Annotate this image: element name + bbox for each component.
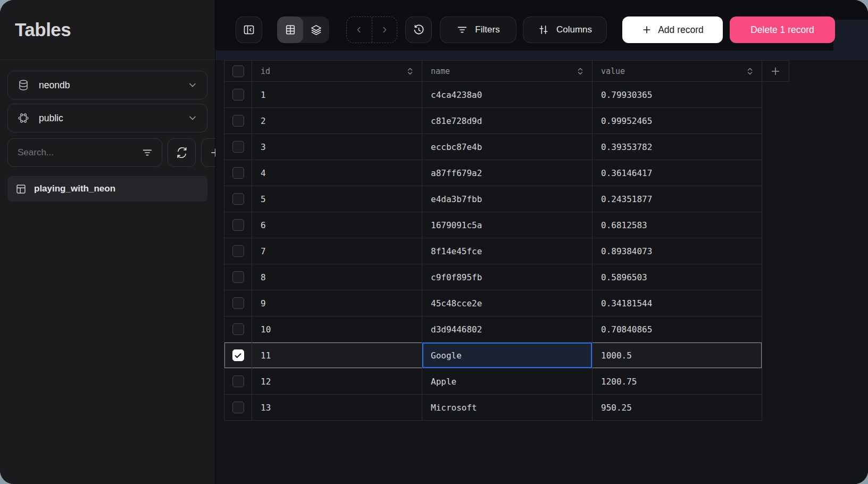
row-checkbox-cell[interactable] <box>224 108 252 134</box>
row-checkbox-cell[interactable] <box>224 238 252 264</box>
id-cell[interactable]: 3 <box>252 134 422 160</box>
table-row: 11Google1000.5 <box>224 343 789 369</box>
sidebar-item-playing_with_neon[interactable]: playing_with_neon <box>7 176 207 202</box>
row-checkbox-cell[interactable] <box>224 82 252 108</box>
id-cell[interactable]: 2 <box>252 108 422 134</box>
row-checkbox[interactable] <box>232 193 244 205</box>
row-checkbox[interactable] <box>232 297 244 309</box>
row-checkbox[interactable] <box>232 89 244 101</box>
id-cell[interactable]: 13 <box>252 395 422 421</box>
row-checkbox-cell[interactable] <box>224 134 252 160</box>
refresh-button[interactable] <box>168 138 196 167</box>
row-checkbox[interactable] <box>232 271 244 283</box>
select-all-cell[interactable] <box>224 61 252 82</box>
add-record-button[interactable]: Add record <box>622 16 723 43</box>
value-cell[interactable]: 1000.5 <box>592 343 762 369</box>
filter-lines-icon <box>456 24 468 36</box>
history-button[interactable] <box>405 16 432 43</box>
row-checkbox-cell[interactable] <box>224 160 252 186</box>
grid-body: 1c4ca4238a00.799303652c81e728d9d0.999524… <box>224 82 789 421</box>
table-view-button[interactable] <box>277 16 303 43</box>
row-checkbox-cell[interactable] <box>224 264 252 290</box>
name-cell[interactable]: Google <box>422 343 592 369</box>
value-cell[interactable]: 0.99952465 <box>592 108 762 134</box>
name-cell[interactable]: 1679091c5a <box>422 212 592 238</box>
row-checkbox[interactable] <box>232 245 244 257</box>
name-cell[interactable]: e4da3b7fbb <box>422 186 592 212</box>
id-cell[interactable]: 8 <box>252 264 422 290</box>
schema-selector[interactable]: public <box>7 104 207 132</box>
row-checkbox-cell[interactable] <box>224 343 252 369</box>
row-checkbox-cell[interactable] <box>224 186 252 212</box>
layers-view-button[interactable] <box>303 16 329 43</box>
id-cell[interactable]: 10 <box>252 316 422 343</box>
row-checkbox-cell[interactable] <box>224 212 252 238</box>
value-cell[interactable]: 0.36146417 <box>592 160 762 186</box>
id-cell[interactable]: 6 <box>252 212 422 238</box>
columns-button[interactable]: Columns <box>523 16 607 43</box>
column-header-name[interactable]: name <box>422 61 592 82</box>
name-cell[interactable]: Microsoft <box>422 395 592 421</box>
search-box[interactable] <box>7 138 162 167</box>
value-cell[interactable]: 0.70840865 <box>592 316 762 343</box>
value-cell[interactable]: 0.79930365 <box>592 82 762 108</box>
id-cell[interactable]: 9 <box>252 290 422 316</box>
row-checkbox[interactable] <box>232 167 244 179</box>
id-cell[interactable]: 7 <box>252 238 422 264</box>
sort-icon[interactable] <box>406 67 414 76</box>
sort-icon[interactable] <box>576 67 585 76</box>
chevron-right-icon <box>380 25 389 35</box>
prev-page-button[interactable] <box>347 17 372 43</box>
name-cell[interactable]: eccbc87e4b <box>422 134 592 160</box>
name-cell[interactable]: c81e728d9d <box>422 108 592 134</box>
value-cell[interactable]: 0.5896503 <box>592 264 762 290</box>
row-checkbox-checked[interactable] <box>232 349 244 361</box>
value-cell[interactable]: 0.34181544 <box>592 290 762 316</box>
grid-view-icon <box>285 24 296 36</box>
table-icon <box>15 183 27 195</box>
id-cell[interactable]: 1 <box>252 82 422 108</box>
row-checkbox-cell[interactable] <box>224 290 252 316</box>
id-cell[interactable]: 5 <box>252 186 422 212</box>
value-cell[interactable]: 0.39353782 <box>592 134 762 160</box>
name-cell[interactable]: c4ca4238a0 <box>422 82 592 108</box>
search-input[interactable] <box>16 147 136 158</box>
filter-lines-icon[interactable] <box>141 147 153 158</box>
id-cell[interactable]: 12 <box>252 369 422 395</box>
filters-label: Filters <box>475 24 499 35</box>
select-all-checkbox[interactable] <box>232 65 244 77</box>
filters-button[interactable]: Filters <box>440 16 516 43</box>
next-page-button[interactable] <box>372 17 397 43</box>
row-checkbox[interactable] <box>232 323 244 335</box>
column-header-value[interactable]: value <box>592 61 762 82</box>
row-checkbox[interactable] <box>232 141 244 153</box>
delete-record-button[interactable]: Delete 1 record <box>730 16 835 43</box>
column-header-id[interactable]: id <box>252 61 422 82</box>
add-column-button[interactable] <box>762 61 789 82</box>
name-cell[interactable]: d3d9446802 <box>422 316 592 343</box>
sort-icon[interactable] <box>746 67 754 76</box>
name-cell[interactable]: Apple <box>422 369 592 395</box>
id-cell[interactable]: 4 <box>252 160 422 186</box>
row-checkbox-cell[interactable] <box>224 369 252 395</box>
name-cell[interactable]: a87ff679a2 <box>422 160 592 186</box>
value-cell[interactable]: 1200.75 <box>592 369 762 395</box>
name-cell[interactable]: c9f0f895fb <box>422 264 592 290</box>
id-cell[interactable]: 11 <box>252 343 422 369</box>
row-checkbox[interactable] <box>232 115 244 127</box>
row-checkbox-cell[interactable] <box>224 316 252 343</box>
row-checkbox-cell[interactable] <box>224 395 252 421</box>
value-cell[interactable]: 0.24351877 <box>592 186 762 212</box>
database-selector[interactable]: neondb <box>7 71 207 99</box>
value-cell[interactable]: 950.25 <box>592 395 762 421</box>
value-cell[interactable]: 0.6812583 <box>592 212 762 238</box>
row-checkbox[interactable] <box>232 219 244 231</box>
collapse-sidebar-button[interactable] <box>236 16 262 43</box>
value-cell[interactable]: 0.89384073 <box>592 238 762 264</box>
row-checkbox[interactable] <box>232 402 244 413</box>
name-cell[interactable]: 45c48cce2e <box>422 290 592 316</box>
row-checkbox[interactable] <box>232 375 244 387</box>
column-label: id <box>261 66 270 76</box>
chevron-down-icon <box>187 113 198 123</box>
name-cell[interactable]: 8f14e45fce <box>422 238 592 264</box>
